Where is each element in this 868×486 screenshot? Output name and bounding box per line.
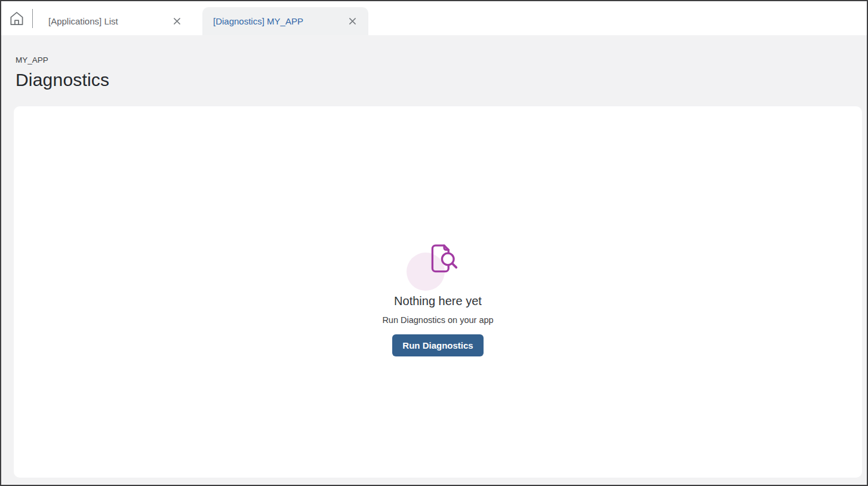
tab-label: [Diagnostics] MY_APP <box>213 16 303 26</box>
empty-state-title: Nothing here yet <box>394 294 482 308</box>
empty-state-subtitle: Run Diagnostics on your app <box>382 315 493 325</box>
empty-state: Nothing here yet Run Diagnostics on your… <box>382 242 493 356</box>
close-tab-button[interactable] <box>344 14 360 29</box>
tab-diagnostics-my-app[interactable]: [Diagnostics] MY_APP <box>202 7 368 35</box>
home-icon <box>8 10 25 27</box>
tab-bar: [Applications] List [Diagnostics] MY_APP <box>1 1 867 35</box>
app-window: [Applications] List [Diagnostics] MY_APP <box>0 0 868 486</box>
close-icon <box>173 17 181 25</box>
tab-applications-list[interactable]: [Applications] List <box>38 7 193 35</box>
close-icon <box>349 17 356 25</box>
breadcrumb: MY_APP <box>16 56 852 64</box>
run-diagnostics-button[interactable]: Run Diagnostics <box>392 334 483 356</box>
empty-state-icon-wrap <box>414 242 461 285</box>
content-card: Nothing here yet Run Diagnostics on your… <box>14 106 862 478</box>
tab-divider <box>32 9 33 28</box>
page-header: MY_APP Diagnostics <box>1 35 867 90</box>
tab-label: [Applications] List <box>48 16 118 26</box>
home-button[interactable] <box>1 1 32 35</box>
page-title: Diagnostics <box>16 70 852 90</box>
close-tab-button[interactable] <box>169 14 184 29</box>
document-search-icon <box>426 242 461 278</box>
